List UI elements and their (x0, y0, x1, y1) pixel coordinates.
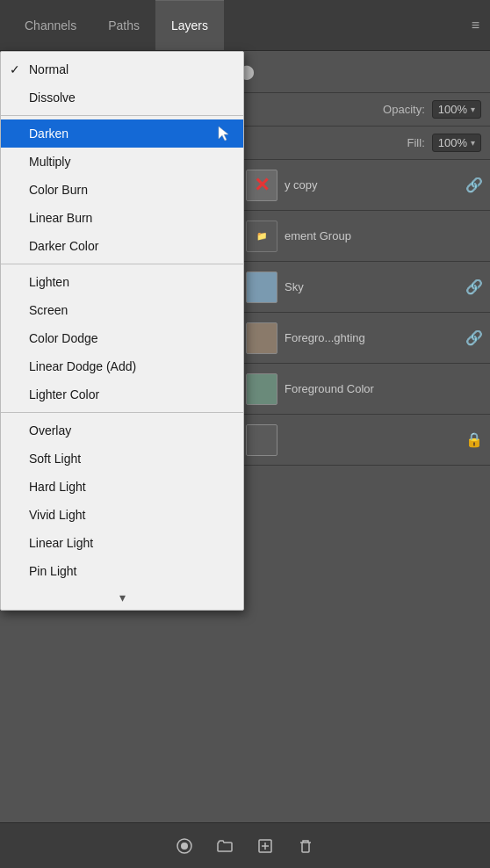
layer-name: Sky (285, 280, 458, 293)
blend-darken[interactable]: Darken (1, 119, 243, 148)
blend-dissolve[interactable]: Dissolve (1, 83, 243, 112)
blend-lighter-color[interactable]: Lighter Color (1, 380, 243, 409)
layer-name: ement Group (285, 229, 483, 242)
layer-thumbnail (246, 322, 277, 354)
blend-color-burn[interactable]: Color Burn (1, 176, 243, 204)
opacity-label: Opacity: (383, 103, 425, 116)
layer-thumbnail (246, 373, 277, 405)
blend-color-dodge[interactable]: Color Dodge (1, 324, 243, 352)
cursor-icon (217, 125, 231, 142)
layer-thumbnail (246, 271, 277, 303)
blend-mode-dropdown: Normal Dissolve Darken Multiply Color Bu… (0, 51, 244, 611)
delete-layer-button[interactable] (292, 832, 320, 860)
styles-icon (177, 838, 192, 854)
scroll-down-icon[interactable]: ▾ (119, 590, 126, 604)
fill-value[interactable]: 100% ▾ (432, 134, 481, 152)
layer-name: Foregro...ghting (285, 331, 458, 344)
new-layer-button[interactable] (251, 832, 279, 860)
svg-point-1 (181, 843, 188, 850)
blend-overlay[interactable]: Overlay (1, 416, 243, 445)
blend-lighten[interactable]: Lighten (1, 268, 243, 296)
tab-bar: Channels Paths Layers ≡ (0, 0, 490, 51)
layer-name: y copy (285, 178, 458, 192)
fill-label: Fill: (407, 136, 425, 149)
tab-paths[interactable]: Paths (92, 0, 155, 50)
blend-vivid-light[interactable]: Vivid Light (1, 501, 243, 529)
blend-screen[interactable]: Screen (1, 296, 243, 324)
tab-layers[interactable]: Layers (155, 0, 224, 50)
dropdown-scroll-footer: ▾ (1, 585, 243, 610)
fill-chevron: ▾ (471, 138, 475, 148)
layer-name: Foreground Color (285, 382, 483, 395)
folder-icon (217, 838, 233, 854)
link-icon: 🔗 (465, 329, 483, 346)
blend-hard-light[interactable]: Hard Light (1, 473, 243, 501)
layer-thumbnail (246, 424, 277, 456)
new-group-button[interactable] (211, 832, 239, 860)
tab-channels[interactable]: Channels (9, 0, 92, 50)
bottom-toolbar (0, 822, 490, 868)
trash-icon (298, 838, 313, 854)
blend-linear-dodge[interactable]: Linear Dodge (Add) (1, 352, 243, 380)
opacity-chevron: ▾ (471, 105, 475, 114)
panel-menu-icon[interactable]: ≡ (472, 18, 479, 33)
blend-normal[interactable]: Normal (1, 55, 243, 83)
layer-thumbnail (246, 170, 277, 201)
styles-button[interactable] (170, 832, 198, 860)
blend-pin-light[interactable]: Pin Light (1, 557, 243, 585)
lock-icon: 🔒 (465, 431, 483, 448)
layer-thumbnail: 📁 (246, 221, 277, 252)
blend-linear-burn[interactable]: Linear Burn (1, 204, 243, 232)
link-icon: 🔗 (465, 177, 483, 193)
new-layer-icon (257, 838, 273, 854)
opacity-value[interactable]: 100% ▾ (432, 100, 481, 119)
blend-darker-color[interactable]: Darker Color (1, 232, 243, 260)
link-icon: 🔗 (465, 278, 483, 295)
blend-soft-light[interactable]: Soft Light (1, 445, 243, 473)
blend-multiply[interactable]: Multiply (1, 148, 243, 176)
blend-linear-light[interactable]: Linear Light (1, 529, 243, 557)
